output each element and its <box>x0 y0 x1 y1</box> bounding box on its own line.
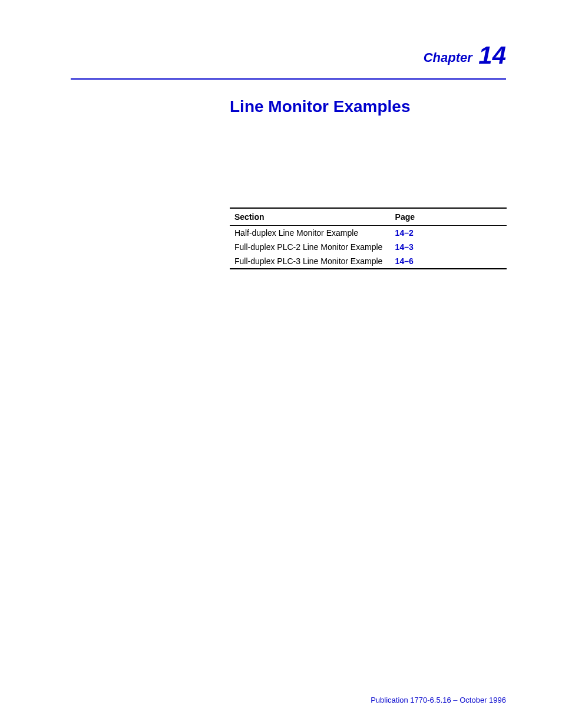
toc-header-row: Section Page <box>230 208 507 226</box>
chapter-number: 14 <box>478 41 506 69</box>
toc-section-label: Full-duplex PLC-3 Line Monitor Example <box>230 254 391 269</box>
table-row: Full-duplex PLC-2 Line Monitor Example 1… <box>230 240 507 254</box>
table-row: Half-duplex Line Monitor Example 14–2 <box>230 226 507 241</box>
page-title: Line Monitor Examples <box>230 97 506 116</box>
chapter-header: Chapter 14 <box>71 41 506 70</box>
footer-publication: Publication 1770-6.5.16 – October 1996 <box>371 696 506 704</box>
toc-table: Section Page Half-duplex Line Monitor Ex… <box>230 207 507 269</box>
table-row: Full-duplex PLC-3 Line Monitor Example 1… <box>230 254 507 269</box>
chapter-label: Chapter <box>424 50 472 65</box>
toc-section-label: Half-duplex Line Monitor Example <box>230 226 391 241</box>
toc-header-section: Section <box>230 208 391 226</box>
toc-header-page: Page <box>391 208 507 226</box>
toc-page-link[interactable]: 14–6 <box>391 254 507 269</box>
header-rule <box>71 78 506 80</box>
toc-page-link[interactable]: 14–2 <box>391 226 507 241</box>
toc-page-link[interactable]: 14–3 <box>391 240 507 254</box>
toc-section-label: Full-duplex PLC-2 Line Monitor Example <box>230 240 391 254</box>
toc-area: Section Page Half-duplex Line Monitor Ex… <box>230 207 507 269</box>
